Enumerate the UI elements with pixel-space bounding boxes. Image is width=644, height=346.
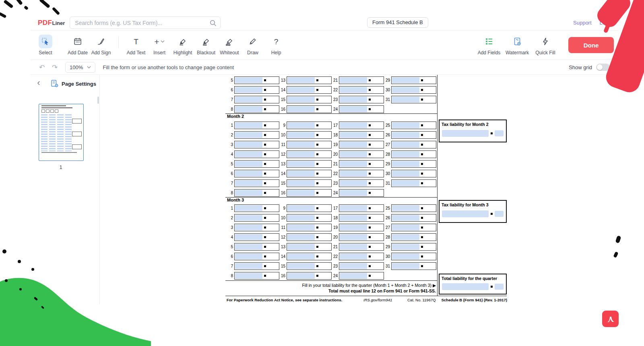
day-amount-field[interactable] [340, 244, 367, 250]
day-amount-field[interactable] [340, 263, 367, 269]
thumb-tax-box [72, 119, 82, 124]
day-amount-field[interactable] [392, 224, 419, 231]
draw-pen-icon [246, 35, 260, 48]
day-amount-field[interactable] [235, 253, 262, 260]
thumb-line [41, 152, 77, 153]
redo-icon[interactable]: ↷ [50, 62, 60, 72]
day-9-group: 9 [279, 204, 332, 212]
day-amount-field[interactable] [340, 215, 367, 221]
decimal-dot [316, 275, 318, 277]
day-amount-field[interactable] [340, 224, 367, 231]
day-number: 14 [279, 253, 287, 260]
add-fields-button[interactable]: Add Fields [475, 35, 503, 56]
brush-stroke-icon [24, 6, 29, 10]
tax-input-row [442, 210, 506, 217]
secondary-toolbar: ↶ ↷ 100% Fill the form or use another to… [31, 60, 619, 75]
day-amount-field[interactable] [287, 244, 315, 250]
day-amount-cell [391, 224, 436, 231]
day-amount-field[interactable] [287, 234, 315, 240]
day-amount-cell [287, 233, 332, 241]
whiteout-button[interactable]: Whiteout [218, 35, 241, 56]
ink-dot-icon [2, 249, 6, 253]
day-6-group: 6 [227, 253, 279, 260]
document-canvas: 51321296142230715233181624 Month 2 19172… [100, 75, 619, 304]
day-amount-field[interactable] [287, 215, 315, 221]
day-amount-field[interactable] [392, 244, 419, 250]
day-19-group: 19 [332, 224, 384, 231]
page-thumbnail[interactable] [39, 104, 84, 161]
add-text-button[interactable]: T Add Text [124, 35, 148, 56]
page-settings-button[interactable]: Page Settings [51, 80, 96, 88]
pages-sidebar: ‹ Page Settings [31, 75, 100, 304]
schedule-revision: Schedule B (Form 941) (Rev. 1-2017) [442, 298, 508, 302]
day-amount-field[interactable] [235, 234, 262, 240]
zoom-select[interactable]: 100% [65, 62, 95, 73]
day-amount-field[interactable] [235, 205, 262, 211]
day-amount-field[interactable] [287, 205, 315, 211]
pdfliner-logo[interactable]: PDFLiner [38, 19, 65, 27]
total-cents-input[interactable] [495, 284, 504, 290]
day-amount-cell [287, 224, 332, 231]
day-amount-field[interactable] [340, 205, 367, 211]
day-amount-field[interactable] [287, 253, 315, 260]
day-entry-row: 3111927 [227, 224, 437, 231]
watermark-button[interactable]: Watermark [503, 35, 531, 56]
undo-icon[interactable]: ↶ [37, 62, 47, 72]
month-3-tax-dollars-input[interactable] [442, 210, 489, 217]
day-number: 27 [384, 224, 391, 231]
day-amount-field[interactable] [287, 273, 315, 279]
day-amount-field[interactable] [392, 234, 419, 240]
day-amount-cell [339, 204, 384, 212]
day-amount-field[interactable] [340, 273, 367, 279]
collapse-sidebar-icon[interactable]: ‹ [35, 78, 43, 88]
month-3-tax-cents-input[interactable] [495, 211, 504, 217]
draw-button[interactable]: Draw [241, 35, 264, 56]
quick-fill-button[interactable]: Quick Fill [531, 35, 559, 56]
day-number: 13 [279, 243, 287, 251]
search-input[interactable] [70, 16, 221, 29]
add-sign-button[interactable]: Add Sign [89, 35, 113, 56]
day-10-group: 10 [279, 214, 332, 222]
catalog-number: Cat. No. 11967Q [407, 298, 436, 302]
day-amount-field[interactable] [235, 263, 262, 269]
day-amount-field[interactable] [392, 263, 419, 269]
day-amount-field[interactable] [340, 253, 367, 260]
decimal-dot [421, 265, 423, 267]
day-amount-field[interactable] [235, 215, 262, 221]
fill-total-instruction: Fill in your total liability for the qua… [209, 283, 436, 288]
form-941-schedule-b-page: 51321296142230715233181624 Month 2 19172… [209, 75, 525, 304]
main-toolbar: Select Add Date Add Sign T Add Text + In… [31, 31, 619, 60]
day-amount-cell [339, 272, 384, 280]
sidebar-scrollbar[interactable] [97, 97, 99, 104]
tool-label: Add Text [127, 50, 145, 56]
done-button[interactable]: Done [568, 37, 614, 53]
blackout-button[interactable]: Blackout [194, 35, 218, 56]
day-15-group: 15 [279, 262, 332, 270]
day-amount-cell [339, 253, 384, 260]
day-number: 19 [332, 224, 339, 231]
day-amount-field[interactable] [287, 263, 315, 269]
day-amount-cell [234, 214, 279, 222]
pdfliner-app: PDFLiner Form 941 Schedule B Support Log… [31, 15, 619, 304]
day-amount-field[interactable] [392, 205, 419, 211]
add-date-button[interactable]: Add Date [66, 35, 89, 56]
day-amount-field[interactable] [392, 215, 419, 221]
insert-button[interactable]: + Insert [148, 35, 171, 56]
decimal-dot [421, 236, 423, 238]
select-tool-button[interactable]: Select [36, 35, 55, 56]
calendar-icon [71, 35, 85, 48]
day-amount-field[interactable] [392, 253, 419, 260]
day-amount-field[interactable] [287, 224, 315, 231]
help-button[interactable]: ? Help [264, 35, 288, 56]
highlight-button[interactable]: Highlight [171, 35, 194, 56]
day-amount-field[interactable] [235, 224, 262, 231]
show-grid-group: Show grid [569, 64, 610, 71]
decimal-dot [369, 227, 371, 229]
total-dollars-input[interactable] [442, 283, 489, 290]
day-amount-field[interactable] [235, 273, 262, 279]
day-amount-field[interactable] [340, 234, 367, 240]
tool-label: Highlight [173, 50, 192, 56]
day-amount-field[interactable] [235, 244, 262, 250]
support-link[interactable]: Support [573, 20, 592, 26]
day-number: 16 [279, 272, 287, 280]
